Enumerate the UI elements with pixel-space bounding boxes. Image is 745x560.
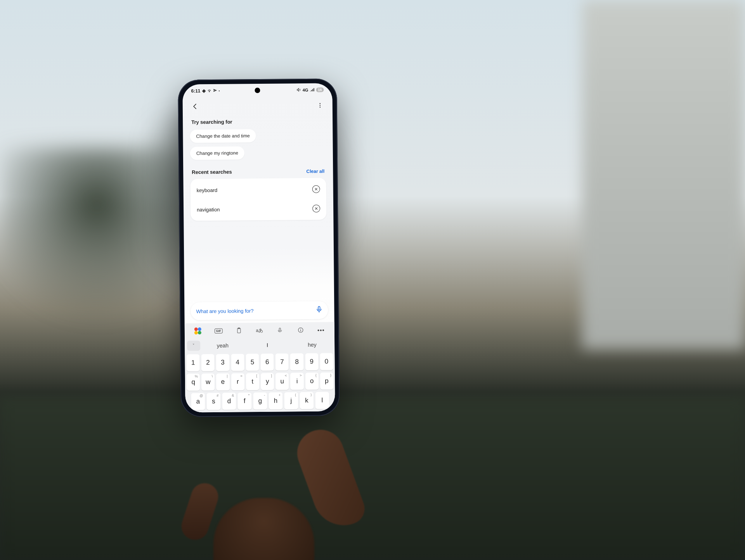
svg-point-0 [320, 103, 321, 104]
clipboard-icon[interactable] [233, 325, 245, 336]
status-time: 6:11 [191, 88, 200, 93]
keyboard: GIF aあ ••• ˅ yeah I hey 123 [185, 322, 335, 412]
phone-screen: 6:11 ◈ • 4G 16 [182, 83, 335, 412]
mic-icon[interactable] [315, 306, 322, 315]
key-3[interactable]: 3 [216, 354, 230, 371]
suggestion-chip[interactable]: Change my ringtone [190, 146, 244, 160]
send-icon [213, 88, 217, 93]
keyboard-toolbar: GIF aあ ••• [185, 322, 334, 339]
recent-label: navigation [197, 206, 220, 213]
key-g[interactable]: g- [253, 392, 267, 410]
suggestions-heading: Try searching for [191, 118, 326, 125]
prediction-expand[interactable]: ˅ [187, 340, 200, 351]
key-2[interactable]: 2 [201, 354, 215, 371]
keyboard-predictions: ˅ yeah I hey [185, 337, 334, 353]
key-0[interactable]: 0 [320, 353, 333, 370]
recent-label: keyboard [197, 187, 218, 193]
background-grass [0, 397, 745, 560]
key-j[interactable]: j( [284, 392, 298, 409]
battery-level: 16 [316, 88, 324, 92]
search-input[interactable]: What are you looking for? [191, 301, 328, 320]
key-a[interactable]: a@ [191, 393, 205, 410]
key-y[interactable]: y] [261, 373, 274, 390]
content-area: Try searching for Change the date and ti… [183, 114, 334, 294]
key-5[interactable]: 5 [246, 354, 259, 371]
key-d[interactable]: d& [222, 393, 236, 410]
back-button[interactable] [190, 101, 201, 112]
signal-icon [310, 88, 314, 92]
key-8[interactable]: 8 [290, 353, 304, 370]
key-6[interactable]: 6 [260, 354, 274, 371]
status-dot: • [218, 89, 220, 92]
voice-icon[interactable] [274, 324, 286, 336]
mute-icon [297, 88, 301, 93]
svg-point-1 [320, 105, 321, 105]
more-icon[interactable]: ••• [315, 324, 327, 335]
key-u[interactable]: u< [275, 373, 289, 390]
prediction[interactable]: yeah [200, 342, 245, 349]
key-p[interactable]: p} [320, 372, 334, 389]
gboard-logo-icon[interactable] [192, 325, 204, 337]
key-7[interactable]: 7 [275, 353, 289, 370]
svg-point-6 [300, 329, 301, 330]
search-placeholder: What are you looking for? [196, 307, 312, 314]
key-4[interactable]: 4 [231, 354, 244, 371]
info-icon[interactable] [295, 324, 306, 336]
phone-body: 6:11 ◈ • 4G 16 [178, 78, 340, 417]
key-f[interactable]: f* [237, 392, 251, 410]
clear-all-button[interactable]: Clear all [307, 168, 325, 174]
key-s[interactable]: s# [206, 393, 220, 410]
key-e[interactable]: e| [216, 373, 230, 391]
key-t[interactable]: t[ [246, 373, 260, 390]
app-header [183, 96, 333, 115]
key-k[interactable]: k) [300, 392, 314, 409]
delete-icon[interactable] [312, 205, 320, 213]
key-1[interactable]: 1 [186, 354, 200, 371]
prediction[interactable]: hey [290, 341, 334, 348]
recent-heading: Recent searches [192, 169, 232, 175]
keyboard-row: a@s#d&f*g-h+j(k)l [187, 392, 333, 410]
network-label: 4G [303, 88, 308, 92]
svg-point-2 [320, 107, 321, 107]
status-icon: ◈ [202, 88, 205, 93]
key-w[interactable]: w\ [201, 373, 215, 391]
keyboard-row: q%w\e|r=t[y]u<i>o{p} [187, 372, 333, 391]
recent-item[interactable]: keyboard [190, 179, 326, 200]
key-l[interactable]: l [315, 392, 329, 409]
translate-icon[interactable]: aあ [254, 325, 265, 336]
suggestion-chip[interactable]: Change the date and time [190, 129, 256, 143]
keyboard-number-row: 1234567890 [186, 353, 333, 371]
key-o[interactable]: o{ [305, 373, 319, 390]
camera-hole [255, 88, 260, 93]
key-q[interactable]: q% [187, 373, 200, 391]
key-9[interactable]: 9 [305, 353, 319, 370]
more-button[interactable] [315, 100, 326, 111]
delete-icon[interactable] [312, 185, 320, 193]
wifi-icon [207, 88, 211, 93]
recent-item[interactable]: navigation [191, 199, 326, 219]
key-r[interactable]: r= [231, 373, 244, 390]
background-building [582, 0, 745, 349]
key-i[interactable]: i> [290, 373, 304, 390]
gif-icon[interactable]: GIF [213, 325, 224, 337]
prediction[interactable]: I [245, 342, 289, 348]
recent-card: keyboard navigation [190, 178, 326, 221]
key-h[interactable]: h+ [269, 392, 282, 409]
svg-rect-7 [300, 330, 301, 331]
